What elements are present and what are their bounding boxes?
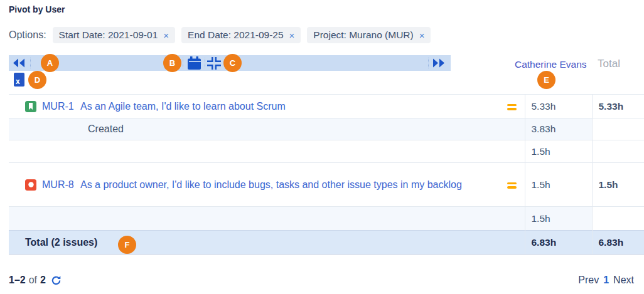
refresh-icon[interactable]: [51, 275, 62, 286]
annotation-badge-a: A: [41, 54, 59, 72]
of-label: of: [29, 275, 37, 286]
pagination: Prev 1 Next: [578, 275, 634, 286]
row-total-cell: [592, 140, 644, 163]
pivot-by-user-report: Pivot by User Options: Start Date: 2021-…: [0, 0, 644, 294]
total-row-label: Total (2 issues): [9, 237, 525, 248]
pivot-table: MUR-1 As an Agile team, I'd like to lear…: [9, 94, 644, 255]
options-bar: Options: Start Date: 2021-09-01 × End Da…: [9, 27, 431, 43]
annotation-badge-c: C: [223, 54, 242, 72]
current-page[interactable]: 1: [603, 275, 609, 286]
story-icon: [25, 101, 36, 112]
issue-key-link[interactable]: MUR-8: [42, 178, 75, 192]
bug-icon: [25, 179, 36, 191]
double-chevron-right-icon[interactable]: [432, 58, 446, 68]
column-header-total: Total: [598, 58, 620, 70]
issue-summary-link[interactable]: As a product owner, I'd like to include …: [80, 178, 501, 192]
annotation-badge-d: D: [28, 71, 46, 89]
filter-chip-start-date: Start Date: 2021-09-01 ×: [53, 27, 175, 43]
annotation-badge-f: F: [118, 236, 136, 254]
issue-key-link[interactable]: MUR-1: [42, 100, 75, 113]
close-icon[interactable]: ×: [419, 31, 425, 40]
row-total-cell: [592, 207, 644, 231]
calendar-icon[interactable]: [187, 56, 201, 70]
result-total: 2: [40, 275, 46, 286]
prev-page-button[interactable]: Prev: [578, 275, 599, 286]
hours-cell: 3.83h: [525, 118, 592, 140]
result-count: 1–2 of 2: [9, 275, 62, 286]
next-page-button[interactable]: Next: [613, 275, 634, 286]
breakdown-label: Created: [9, 123, 525, 135]
close-icon[interactable]: ×: [163, 31, 169, 40]
priority-medium-icon: [507, 104, 517, 110]
column-header-user[interactable]: Catherine Evans: [515, 59, 587, 70]
page-title: Pivot by User: [9, 4, 65, 14]
close-icon[interactable]: ×: [289, 31, 295, 40]
filter-chip-project: Project: Murano (MUR) ×: [307, 27, 431, 43]
row-total-cell: [592, 118, 644, 140]
excel-export-icon[interactable]: x: [14, 73, 24, 87]
filter-chip-label: End Date: 2021-09-25: [188, 29, 284, 41]
toolbar-separator: [183, 58, 183, 68]
filter-chip-end-date: End Date: 2021-09-25 ×: [181, 27, 301, 43]
table-row: Created 3.83h: [9, 118, 644, 140]
toolbar-separator: [428, 58, 429, 68]
filter-chip-label: Start Date: 2021-09-01: [59, 29, 158, 41]
hours-cell: 5.33h: [525, 95, 592, 118]
total-hours-cell: 6.83h: [525, 231, 592, 255]
table-row: 1.5h: [9, 140, 644, 163]
annotation-badge-e: E: [537, 71, 555, 89]
toolbar-separator: [205, 58, 205, 68]
options-label: Options:: [9, 29, 46, 41]
table-row: 1.5h: [9, 207, 644, 231]
priority-medium-icon: [507, 182, 517, 189]
collapse-icon[interactable]: [207, 57, 221, 70]
issue-summary-link[interactable]: As an Agile team, I'd like to learn abou…: [80, 100, 501, 113]
table-row: MUR-8 As a product owner, I'd like to in…: [9, 163, 644, 207]
hours-cell: 1.5h: [525, 140, 592, 163]
page-fold: [20, 73, 24, 77]
table-row: MUR-1 As an Agile team, I'd like to lear…: [9, 95, 644, 118]
toolbar-separator: [30, 58, 31, 68]
filter-chip-label: Project: Murano (MUR): [313, 29, 413, 41]
grand-total-cell: 6.83h: [592, 231, 644, 255]
row-total-cell: 5.33h: [592, 95, 644, 118]
result-range: 1–2: [9, 275, 26, 286]
hours-cell: 1.5h: [525, 207, 592, 231]
total-row: Total (2 issues) 6.83h 6.83h: [9, 231, 644, 255]
hours-cell: 1.5h: [525, 163, 592, 207]
annotation-badge-b: B: [163, 54, 181, 72]
row-total-cell: 1.5h: [592, 163, 644, 207]
double-chevron-left-icon[interactable]: [12, 58, 26, 68]
